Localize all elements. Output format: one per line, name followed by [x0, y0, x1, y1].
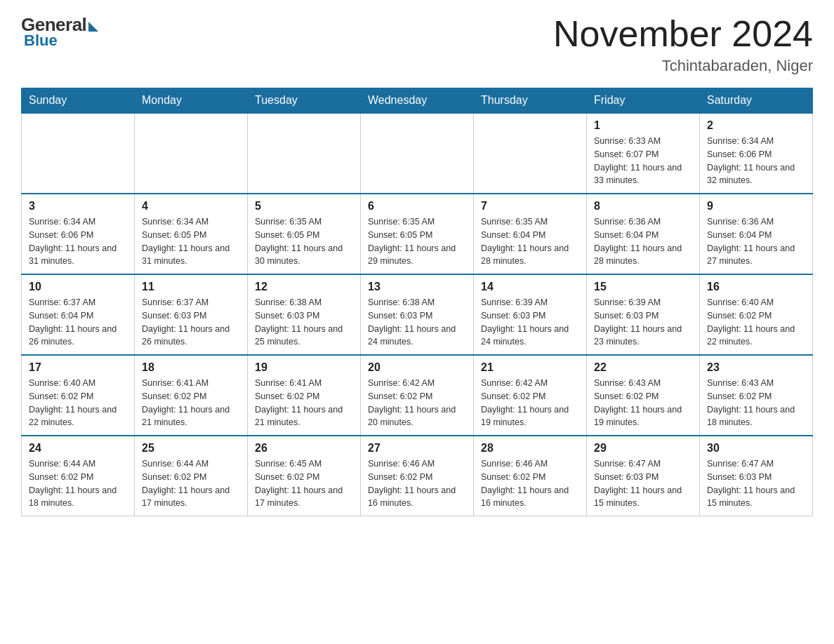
day-info: Sunrise: 6:41 AM Sunset: 6:02 PM Dayligh… [142, 377, 240, 429]
weekday-header-friday: Friday [587, 88, 700, 114]
day-info: Sunrise: 6:34 AM Sunset: 6:05 PM Dayligh… [142, 215, 240, 268]
day-number: 22 [594, 361, 692, 374]
day-number: 19 [255, 361, 353, 374]
day-number: 11 [142, 281, 240, 293]
day-number: 13 [368, 281, 466, 293]
weekday-header-monday: Monday [135, 88, 248, 114]
calendar-cell: 17Sunrise: 6:40 AM Sunset: 6:02 PM Dayli… [22, 355, 135, 436]
day-info: Sunrise: 6:44 AM Sunset: 6:02 PM Dayligh… [142, 457, 240, 510]
day-number: 30 [707, 442, 805, 455]
day-info: Sunrise: 6:34 AM Sunset: 6:06 PM Dayligh… [707, 135, 805, 187]
day-number: 5 [255, 200, 353, 213]
logo-triangle-icon [88, 22, 98, 32]
day-number: 12 [255, 281, 353, 293]
day-number: 24 [29, 442, 127, 455]
week-row-1: 1Sunrise: 6:33 AM Sunset: 6:07 PM Daylig… [22, 113, 813, 194]
day-number: 9 [707, 200, 805, 213]
day-number: 1 [594, 119, 692, 132]
day-info: Sunrise: 6:41 AM Sunset: 6:02 PM Dayligh… [255, 377, 353, 429]
day-info: Sunrise: 6:43 AM Sunset: 6:02 PM Dayligh… [594, 377, 692, 429]
calendar-cell: 12Sunrise: 6:38 AM Sunset: 6:03 PM Dayli… [248, 274, 361, 355]
calendar-subtitle: Tchintabaraden, Niger [553, 57, 813, 75]
weekday-header-row: SundayMondayTuesdayWednesdayThursdayFrid… [22, 88, 813, 114]
calendar-cell: 30Sunrise: 6:47 AM Sunset: 6:03 PM Dayli… [700, 436, 813, 516]
day-number: 3 [29, 200, 127, 213]
logo: General Blue [21, 14, 98, 50]
calendar-cell: 18Sunrise: 6:41 AM Sunset: 6:02 PM Dayli… [135, 355, 248, 436]
calendar-cell: 25Sunrise: 6:44 AM Sunset: 6:02 PM Dayli… [135, 436, 248, 516]
calendar-cell: 6Sunrise: 6:35 AM Sunset: 6:05 PM Daylig… [361, 194, 474, 274]
day-info: Sunrise: 6:46 AM Sunset: 6:02 PM Dayligh… [368, 457, 466, 510]
calendar-cell: 8Sunrise: 6:36 AM Sunset: 6:04 PM Daylig… [587, 194, 700, 274]
calendar-cell: 5Sunrise: 6:35 AM Sunset: 6:05 PM Daylig… [248, 194, 361, 274]
day-info: Sunrise: 6:36 AM Sunset: 6:04 PM Dayligh… [594, 215, 692, 268]
week-row-2: 3Sunrise: 6:34 AM Sunset: 6:06 PM Daylig… [22, 194, 813, 274]
day-number: 20 [368, 361, 466, 374]
week-row-5: 24Sunrise: 6:44 AM Sunset: 6:02 PM Dayli… [22, 436, 813, 516]
calendar-cell: 14Sunrise: 6:39 AM Sunset: 6:03 PM Dayli… [474, 274, 587, 355]
day-number: 26 [255, 442, 353, 455]
weekday-header-wednesday: Wednesday [361, 88, 474, 114]
day-number: 28 [481, 442, 579, 455]
day-info: Sunrise: 6:38 AM Sunset: 6:03 PM Dayligh… [255, 296, 353, 349]
calendar-cell: 9Sunrise: 6:36 AM Sunset: 6:04 PM Daylig… [700, 194, 813, 274]
calendar-cell [361, 113, 474, 194]
day-info: Sunrise: 6:37 AM Sunset: 6:04 PM Dayligh… [29, 296, 127, 349]
calendar-cell [248, 113, 361, 194]
day-number: 7 [481, 200, 579, 213]
calendar-cell: 3Sunrise: 6:34 AM Sunset: 6:06 PM Daylig… [22, 194, 135, 274]
day-info: Sunrise: 6:36 AM Sunset: 6:04 PM Dayligh… [707, 215, 805, 268]
day-number: 15 [594, 281, 692, 293]
calendar-cell: 7Sunrise: 6:35 AM Sunset: 6:04 PM Daylig… [474, 194, 587, 274]
weekday-header-sunday: Sunday [22, 88, 135, 114]
day-number: 27 [368, 442, 466, 455]
day-number: 25 [142, 442, 240, 455]
day-number: 21 [481, 361, 579, 374]
day-info: Sunrise: 6:43 AM Sunset: 6:02 PM Dayligh… [707, 377, 805, 429]
day-number: 16 [707, 281, 805, 293]
day-info: Sunrise: 6:39 AM Sunset: 6:03 PM Dayligh… [481, 296, 579, 349]
weekday-header-thursday: Thursday [474, 88, 587, 114]
day-info: Sunrise: 6:35 AM Sunset: 6:04 PM Dayligh… [481, 215, 579, 268]
calendar-cell [135, 113, 248, 194]
day-number: 6 [368, 200, 466, 213]
calendar-cell [22, 113, 135, 194]
day-number: 2 [707, 119, 805, 132]
day-info: Sunrise: 6:40 AM Sunset: 6:02 PM Dayligh… [707, 296, 805, 349]
day-number: 14 [481, 281, 579, 293]
day-info: Sunrise: 6:34 AM Sunset: 6:06 PM Dayligh… [29, 215, 127, 268]
day-info: Sunrise: 6:35 AM Sunset: 6:05 PM Dayligh… [255, 215, 353, 268]
calendar-cell: 15Sunrise: 6:39 AM Sunset: 6:03 PM Dayli… [587, 274, 700, 355]
day-number: 18 [142, 361, 240, 374]
day-info: Sunrise: 6:39 AM Sunset: 6:03 PM Dayligh… [594, 296, 692, 349]
day-info: Sunrise: 6:45 AM Sunset: 6:02 PM Dayligh… [255, 457, 353, 510]
calendar-cell: 10Sunrise: 6:37 AM Sunset: 6:04 PM Dayli… [22, 274, 135, 355]
title-block: November 2024 Tchintabaraden, Niger [553, 14, 813, 75]
day-info: Sunrise: 6:33 AM Sunset: 6:07 PM Dayligh… [594, 135, 692, 187]
day-info: Sunrise: 6:44 AM Sunset: 6:02 PM Dayligh… [29, 457, 127, 510]
calendar-cell [474, 113, 587, 194]
day-number: 10 [29, 281, 127, 293]
calendar-cell: 24Sunrise: 6:44 AM Sunset: 6:02 PM Dayli… [22, 436, 135, 516]
logo-blue-text: Blue [24, 32, 58, 50]
calendar-cell: 21Sunrise: 6:42 AM Sunset: 6:02 PM Dayli… [474, 355, 587, 436]
day-info: Sunrise: 6:47 AM Sunset: 6:03 PM Dayligh… [594, 457, 692, 510]
weekday-header-saturday: Saturday [700, 88, 813, 114]
day-number: 23 [707, 361, 805, 374]
day-info: Sunrise: 6:38 AM Sunset: 6:03 PM Dayligh… [368, 296, 466, 349]
day-number: 17 [29, 361, 127, 374]
calendar-cell: 27Sunrise: 6:46 AM Sunset: 6:02 PM Dayli… [361, 436, 474, 516]
calendar-cell: 26Sunrise: 6:45 AM Sunset: 6:02 PM Dayli… [248, 436, 361, 516]
page-header: General Blue November 2024 Tchintabarade… [21, 14, 813, 75]
day-info: Sunrise: 6:46 AM Sunset: 6:02 PM Dayligh… [481, 457, 579, 510]
calendar-cell: 1Sunrise: 6:33 AM Sunset: 6:07 PM Daylig… [587, 113, 700, 194]
day-number: 4 [142, 200, 240, 213]
day-number: 29 [594, 442, 692, 455]
calendar-cell: 16Sunrise: 6:40 AM Sunset: 6:02 PM Dayli… [700, 274, 813, 355]
calendar-cell: 28Sunrise: 6:46 AM Sunset: 6:02 PM Dayli… [474, 436, 587, 516]
calendar-title: November 2024 [553, 14, 813, 54]
calendar-cell: 11Sunrise: 6:37 AM Sunset: 6:03 PM Dayli… [135, 274, 248, 355]
calendar-cell: 2Sunrise: 6:34 AM Sunset: 6:06 PM Daylig… [700, 113, 813, 194]
calendar-cell: 29Sunrise: 6:47 AM Sunset: 6:03 PM Dayli… [587, 436, 700, 516]
day-info: Sunrise: 6:42 AM Sunset: 6:02 PM Dayligh… [481, 377, 579, 429]
